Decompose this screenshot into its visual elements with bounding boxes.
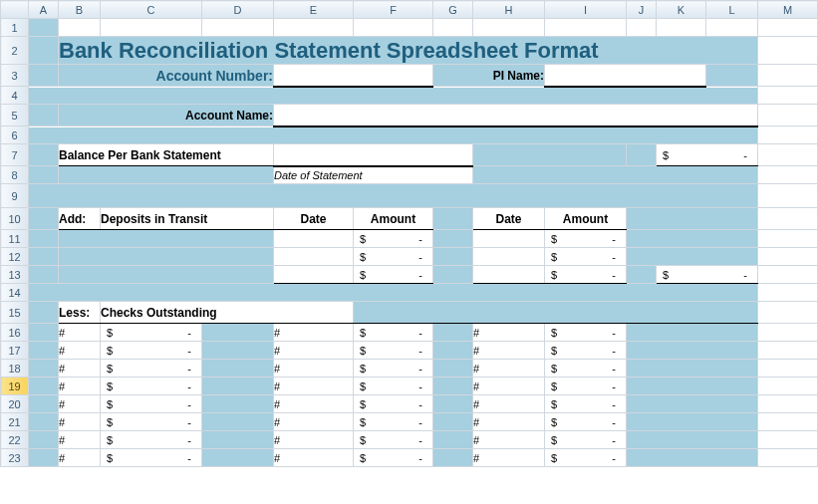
cell[interactable] [202,360,274,378]
cell[interactable] [758,184,818,208]
cell[interactable] [433,19,473,37]
cell[interactable] [758,266,818,284]
check-number[interactable]: # [473,449,545,467]
check-amount[interactable]: $- [354,395,433,413]
cell[interactable] [758,395,818,413]
cell[interactable] [627,395,758,413]
cell[interactable] [202,324,274,342]
check-number[interactable]: # [59,395,101,413]
cell[interactable] [29,302,59,324]
check-number[interactable]: # [59,342,101,360]
cell[interactable] [758,208,818,230]
check-number[interactable]: # [274,449,354,467]
cell[interactable] [202,395,274,413]
deposit-date-cell[interactable] [274,230,354,248]
spreadsheet[interactable]: A B C D E F G H I J K L M 1 2 Bank Recon… [0,0,818,467]
cell[interactable] [29,230,59,248]
cell[interactable] [202,413,274,431]
check-number[interactable]: # [473,413,545,431]
deposit-amount-cell[interactable]: $- [545,266,627,284]
cell[interactable] [758,248,818,266]
cell[interactable] [627,360,758,378]
check-number[interactable]: # [274,324,354,342]
cell[interactable] [433,248,473,266]
cell[interactable] [758,166,818,184]
check-amount[interactable]: $- [101,324,202,342]
cell[interactable] [706,19,758,37]
row-15[interactable]: 15 [1,302,29,324]
row-21[interactable]: 21 [1,413,29,431]
cell[interactable] [758,360,818,378]
cell[interactable] [29,378,59,395]
cell[interactable] [627,208,758,230]
cell[interactable] [758,378,818,395]
cell[interactable] [758,449,818,467]
check-amount[interactable]: $- [545,431,627,449]
cell[interactable] [433,449,473,467]
cell[interactable] [202,449,274,467]
check-amount[interactable]: $- [545,360,627,378]
cell[interactable] [202,342,274,360]
cell[interactable] [29,431,59,449]
cell[interactable] [101,19,202,37]
cell[interactable] [202,431,274,449]
cell[interactable] [29,248,59,266]
row-8[interactable]: 8 [1,166,29,184]
cell[interactable] [433,431,473,449]
deposit-amount-cell[interactable]: $- [545,248,627,266]
cell[interactable] [627,324,758,342]
row-14[interactable]: 14 [1,284,29,302]
cell[interactable] [758,126,818,144]
cell[interactable] [29,65,59,87]
cell[interactable] [59,19,101,37]
cell[interactable] [29,37,59,65]
col-K[interactable]: K [657,1,706,19]
input-pi-name[interactable] [545,65,706,87]
row-6[interactable]: 6 [1,126,29,144]
cell[interactable] [29,395,59,413]
row-10[interactable]: 10 [1,208,29,230]
cell[interactable] [29,144,59,166]
title[interactable]: Bank Reconciliation Statement Spreadshee… [59,37,758,65]
cell[interactable] [59,266,274,284]
cell[interactable] [433,324,473,342]
input-account-number[interactable] [274,65,433,87]
cell[interactable] [758,65,818,87]
cell[interactable] [758,302,818,324]
check-amount[interactable]: $- [354,342,433,360]
cell[interactable] [59,248,274,266]
check-amount[interactable]: $- [101,449,202,467]
cell[interactable] [627,144,657,166]
check-number[interactable]: # [473,395,545,413]
cell[interactable] [627,413,758,431]
balance-amount[interactable]: $- [657,144,758,166]
cell[interactable] [627,230,758,248]
row-7[interactable]: 7 [1,144,29,166]
check-number[interactable]: # [274,431,354,449]
check-amount[interactable]: $- [354,324,433,342]
cell[interactable] [473,144,627,166]
cell[interactable] [627,431,758,449]
cell[interactable] [758,144,818,166]
col-F[interactable]: F [354,1,433,19]
check-amount[interactable]: $- [101,413,202,431]
check-amount[interactable]: $- [101,431,202,449]
cell[interactable] [545,19,627,37]
cell[interactable] [758,19,818,37]
col-G[interactable]: G [433,1,473,19]
input-statement-date[interactable] [274,144,473,166]
cell[interactable] [627,19,657,37]
row-13[interactable]: 13 [1,266,29,284]
cell[interactable] [433,395,473,413]
check-amount[interactable]: $- [354,431,433,449]
row-5[interactable]: 5 [1,105,29,126]
cell[interactable] [433,342,473,360]
check-number[interactable]: # [473,342,545,360]
cell[interactable] [758,324,818,342]
row-2[interactable]: 2 [1,37,29,65]
cell[interactable] [29,449,59,467]
cell[interactable] [29,166,59,184]
row-3[interactable]: 3 [1,65,29,87]
cell[interactable] [29,266,59,284]
cell[interactable] [29,324,59,342]
